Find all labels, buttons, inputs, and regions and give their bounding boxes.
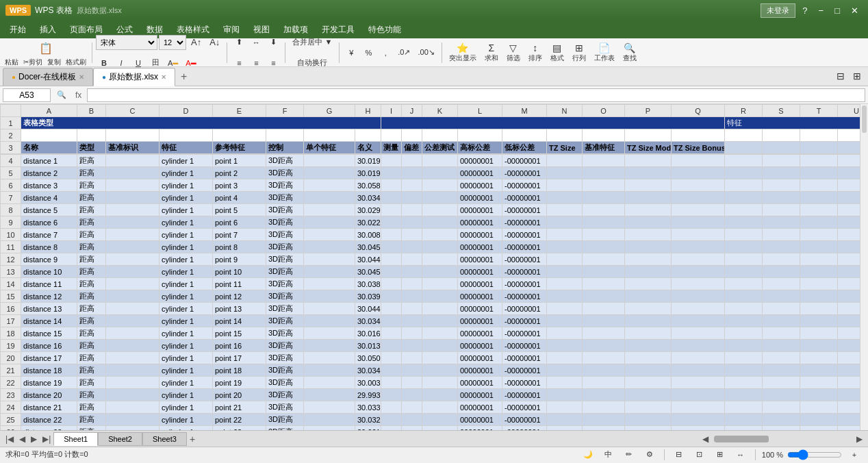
cell-P2[interactable] (625, 129, 672, 142)
cell-N26[interactable] (547, 426, 583, 431)
cell-S6[interactable] (763, 179, 800, 192)
cell-T24[interactable] (800, 401, 838, 414)
cell-M17[interactable]: -00000001 (502, 315, 547, 327)
cell-J5[interactable] (402, 167, 422, 179)
cell-F16[interactable]: 3D距高 (266, 303, 304, 315)
cell-D15[interactable]: cylinder 1 (159, 290, 213, 303)
cell-R25[interactable] (725, 414, 763, 426)
cell-N25[interactable] (547, 414, 583, 426)
cell-O8[interactable] (583, 204, 625, 216)
cut-button[interactable]: ✂剪切 (21, 58, 44, 66)
cell-Q15[interactable] (672, 290, 725, 303)
cell-H15[interactable]: 30.039 (355, 290, 381, 303)
cell-I26[interactable] (381, 426, 402, 431)
cell-B9[interactable]: 距高 (77, 216, 106, 229)
cell-R19[interactable] (725, 340, 763, 352)
cell-O17[interactable] (583, 315, 625, 327)
cell-E13[interactable]: point 10 (213, 266, 266, 278)
cell-P3[interactable]: TZ Size Mod (625, 142, 672, 154)
vertical-scrollbar[interactable] (860, 104, 868, 430)
cell-H26[interactable]: 30.021 (355, 426, 381, 431)
cell-I3[interactable]: 测量 (381, 142, 402, 154)
cell-B8[interactable]: 距高 (77, 204, 106, 216)
cell-K21[interactable] (422, 364, 458, 377)
cell-U24[interactable] (838, 401, 860, 414)
wrap-text-button[interactable]: 自动换行 (294, 53, 331, 73)
cell-T2[interactable] (800, 129, 838, 142)
cell-C9[interactable] (106, 216, 159, 229)
cell-R26[interactable] (725, 426, 763, 431)
cell-S12[interactable] (763, 253, 800, 266)
cell-D22[interactable]: cylinder 1 (159, 377, 213, 389)
cell-D19[interactable]: cylinder 1 (159, 340, 213, 352)
cell-U17[interactable] (838, 315, 860, 327)
cell-L14[interactable]: 00000001 (458, 278, 502, 290)
cell-I11[interactable] (381, 241, 402, 253)
maximize-button[interactable]: □ (830, 4, 844, 17)
cell-U8[interactable] (838, 204, 860, 216)
cell-E4[interactable]: point 1 (213, 155, 266, 167)
cell-M14[interactable]: -00000001 (502, 278, 547, 290)
percent-button[interactable]: % (360, 43, 376, 62)
cell-J3[interactable]: 偏差 (402, 142, 422, 154)
cell-Q14[interactable] (672, 278, 725, 290)
cell-Q25[interactable] (672, 414, 725, 426)
cell-D9[interactable]: cylinder 1 (159, 216, 213, 229)
cell-J18[interactable] (402, 327, 422, 340)
cell-O19[interactable] (583, 340, 625, 352)
cell-M20[interactable]: -00000001 (502, 352, 547, 364)
cell-U9[interactable] (838, 216, 860, 229)
format-button[interactable]: ▤格式 (547, 40, 567, 65)
cell-P18[interactable] (625, 327, 672, 340)
cell-Q20[interactable] (672, 352, 725, 364)
cell-B6[interactable]: 距高 (77, 179, 106, 192)
cell-I7[interactable] (381, 192, 402, 204)
cell-C7[interactable] (106, 192, 159, 204)
cell-R13[interactable] (725, 266, 763, 278)
cell-R20[interactable] (725, 352, 763, 364)
cell-R14[interactable] (725, 278, 763, 290)
cell-U15[interactable] (838, 290, 860, 303)
font-size-select[interactable]: 12 (159, 35, 186, 50)
cell-O4[interactable] (583, 155, 625, 167)
cell-N21[interactable] (547, 364, 583, 377)
cell-Q18[interactable] (672, 327, 725, 340)
cell-G17[interactable] (304, 315, 355, 327)
cell-U25[interactable] (838, 414, 860, 426)
tab-rawdata-close[interactable]: ✕ (161, 73, 166, 81)
cell-M7[interactable]: -00000001 (502, 192, 547, 204)
decrease-decimal-button[interactable]: .00↘ (414, 43, 437, 62)
cell-F11[interactable]: 3D距高 (266, 241, 304, 253)
col-header-R[interactable]: R (725, 105, 763, 117)
cell-T25[interactable] (800, 414, 838, 426)
cell-G13[interactable] (304, 266, 355, 278)
cell-R22[interactable] (725, 377, 763, 389)
cell-K18[interactable] (422, 327, 458, 340)
cell-G11[interactable] (304, 241, 355, 253)
cell-G26[interactable] (304, 426, 355, 431)
cell-S17[interactable] (763, 315, 800, 327)
cell-S19[interactable] (763, 340, 800, 352)
cell-K16[interactable] (422, 303, 458, 315)
align-bottom-button[interactable]: ⬇ (265, 33, 281, 52)
cell-H4[interactable]: 30.019 (355, 155, 381, 167)
cell-Q19[interactable] (672, 340, 725, 352)
cell-J24[interactable] (402, 401, 422, 414)
cell-K23[interactable] (422, 389, 458, 401)
cell-K11[interactable] (422, 241, 458, 253)
cell-J15[interactable] (402, 290, 422, 303)
cell-M16[interactable]: -00000001 (502, 303, 547, 315)
cell-F24[interactable]: 3D距高 (266, 401, 304, 414)
col-header-A[interactable]: A (21, 105, 77, 117)
cell-E24[interactable]: point 21 (213, 401, 266, 414)
sum-button[interactable]: Σ求和 (481, 40, 502, 65)
cell-O5[interactable] (583, 167, 625, 179)
cell-S5[interactable] (763, 167, 800, 179)
tab-docer[interactable]: ● Docer-在线模板 ✕ (3, 68, 93, 86)
cell-F4[interactable]: 3D距高 (266, 155, 304, 167)
cell-E19[interactable]: point 16 (213, 340, 266, 352)
find-button[interactable]: 🔍查找 (620, 40, 640, 65)
cell-E7[interactable]: point 4 (213, 192, 266, 204)
cell-N12[interactable] (547, 253, 583, 266)
cell-B4[interactable]: 距高 (77, 155, 106, 167)
